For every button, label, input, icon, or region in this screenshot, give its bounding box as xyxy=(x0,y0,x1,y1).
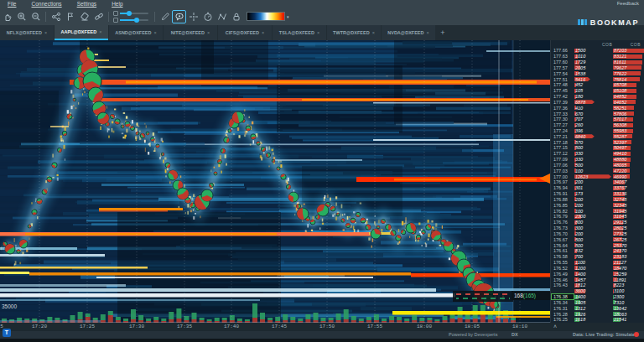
dom-ladder[interactable]: COB COB 177.66150087203177.6310108312117… xyxy=(550,40,644,323)
crosshair-icon[interactable] xyxy=(186,10,200,23)
ladder-row[interactable]: 176.9430133767 xyxy=(551,185,644,191)
share-icon[interactable] xyxy=(49,10,63,23)
timer-icon[interactable] xyxy=(200,10,215,23)
ladder-row[interactable]: 176.6750026725 xyxy=(551,236,644,242)
tab-close-icon[interactable]: × xyxy=(44,30,47,35)
tab-close-icon[interactable]: × xyxy=(207,30,210,35)
time-tick-label: 17:55 xyxy=(367,324,382,329)
t-widget-badge[interactable]: T xyxy=(3,329,11,337)
ladder-collapse-icon[interactable]: ˄ xyxy=(553,323,557,330)
ladder-row[interactable]: 177.0933048880 xyxy=(551,157,644,163)
ladder-row[interactable]: 176.49140015259 xyxy=(551,271,644,277)
zoom-sliders[interactable] xyxy=(113,10,150,23)
tab-close-icon[interactable]: × xyxy=(372,30,375,35)
tab-twtr[interactable]: TWTR@DXFEED× xyxy=(327,25,381,40)
ladder-row[interactable]: 176.52120018470 xyxy=(551,265,644,271)
tab-close-icon[interactable]: × xyxy=(262,30,264,35)
tab-tsla[interactable]: TSLA@DXFEED× xyxy=(273,25,326,40)
menu-help[interactable]: Help xyxy=(112,0,122,8)
ladder-row[interactable]: 177.3641058251 xyxy=(551,105,644,111)
ladder-row[interactable]: 177.4845265708 xyxy=(551,82,644,88)
ladder-row[interactable]: 177.4218064852 xyxy=(551,94,644,100)
ladder-row[interactable]: 176.55110021127 xyxy=(551,260,644,266)
tab-close-icon[interactable]: × xyxy=(154,30,157,35)
tab-close-icon[interactable]: × xyxy=(427,30,429,35)
tab-nvda[interactable]: NVDA@DXFEED× xyxy=(382,25,435,40)
ladder-row[interactable]: 176.8820032745 xyxy=(551,197,644,203)
ladder-row[interactable]: 176.4318128223 xyxy=(551,282,644,288)
ladder-row[interactable]: 177.1550050497 xyxy=(551,145,644,151)
flag-icon[interactable] xyxy=(63,10,77,23)
lock-icon[interactable] xyxy=(229,10,243,23)
size-cell: 500 xyxy=(575,243,583,248)
stamp-icon[interactable] xyxy=(77,10,91,23)
tab-asnd[interactable]: ASND@DXFEED× xyxy=(109,25,163,40)
hand-icon[interactable] xyxy=(0,10,14,23)
menu-connections[interactable]: Connections xyxy=(31,0,61,8)
zoom-in-icon[interactable] xyxy=(14,10,29,23)
ladder-row[interactable]: 176.8210031945 xyxy=(551,208,644,214)
tab-aapl[interactable]: AAPL@DXFEED× xyxy=(55,25,108,40)
time-axis[interactable]: 517:2017:2517:3017:3517:4017:4517:5017:5… xyxy=(0,323,644,331)
tab-close-icon[interactable]: × xyxy=(99,29,101,34)
ladder-row[interactable]: 177.2726056308 xyxy=(551,122,644,128)
ladder-row[interactable]: 177.60172981611 xyxy=(551,60,644,65)
tab-nite[interactable]: NITE@DXFEED× xyxy=(164,25,217,40)
ladder-row[interactable]: 177.54153877622 xyxy=(551,70,644,76)
heatmap-gradient-bar[interactable] xyxy=(247,12,285,21)
ladder-row[interactable]: 177.1233049410 xyxy=(551,151,644,157)
tab-close-icon[interactable]: × xyxy=(317,30,319,35)
link-icon[interactable] xyxy=(91,10,106,23)
slider-bottom[interactable] xyxy=(120,19,148,21)
zoom-out-icon[interactable] xyxy=(29,10,43,23)
heatmap-chart[interactable]: 168(165)35000 xyxy=(0,40,550,323)
tab-cifs[interactable]: CIFS@DXFEED× xyxy=(218,25,272,40)
ladder-row[interactable]: 177.3367057806 xyxy=(551,111,644,117)
pencil-icon[interactable] xyxy=(158,10,172,23)
ladder-row[interactable]: 176.8520032345 xyxy=(551,202,644,208)
ladder-row[interactable]: 177.3070757017 xyxy=(551,117,644,122)
ladder-row[interactable]: 176.9117333136 xyxy=(551,191,644,197)
ladder-row[interactable]: 176.3419057310 xyxy=(551,299,644,305)
ladder-row[interactable]: 177.66150087203 xyxy=(551,48,644,54)
ladder-row[interactable]: 176.28192618063 xyxy=(551,311,644,317)
ladder-row-last-price[interactable]: 176.3814002300 xyxy=(551,294,644,300)
ladder-row[interactable]: 176.79230031645 xyxy=(551,214,644,220)
ladder-row[interactable]: 176.7020027325 xyxy=(551,231,644,237)
pulse-icon[interactable] xyxy=(215,10,229,23)
ladder-row[interactable]: 176.6183224370 xyxy=(551,248,644,254)
ladder-row[interactable]: 176.9720034067 xyxy=(551,179,644,185)
ladder-row[interactable]: 176.6450025370 xyxy=(551,242,644,248)
ladder-row[interactable]: 177.63101083121 xyxy=(551,54,644,60)
price-cell: 177.09 xyxy=(551,157,574,162)
add-tab-button[interactable]: + xyxy=(436,25,449,40)
size-cell: 1400 xyxy=(575,272,585,277)
ladder-row[interactable]: 177.001262346990 xyxy=(551,174,644,179)
ladder-row[interactable]: 176.31131213642 xyxy=(551,305,644,311)
cumulative-cell: 33136 xyxy=(614,191,626,196)
palette-caret-icon[interactable]: ▾ xyxy=(287,14,289,19)
ladder-row[interactable]: 177.51541675814 xyxy=(551,76,644,82)
ladder-row[interactable]: 177.0310047220 xyxy=(551,168,644,174)
heatmap-palette[interactable]: ▾ xyxy=(247,12,289,21)
ladder-row[interactable]: 176.7680029125 xyxy=(551,220,644,225)
ladder-row[interactable]: 176.46145711891 xyxy=(551,277,644,282)
ladder-row[interactable]: 176.5870023183 xyxy=(551,254,644,260)
menu-settings[interactable]: Settings xyxy=(77,0,97,8)
ladder-row[interactable]: 176.7330028025 xyxy=(551,225,644,231)
ladder-row[interactable]: 177.1857052397 xyxy=(551,139,644,145)
chat-bubble-icon[interactable] xyxy=(172,10,186,23)
tab-nflx[interactable]: NFLX@DXFEED× xyxy=(0,25,54,40)
feedback-link[interactable]: Feedback xyxy=(617,1,639,6)
cumulative-cell: 13642 xyxy=(614,306,626,311)
menu-file[interactable]: File xyxy=(8,0,16,8)
slider-top[interactable] xyxy=(120,13,148,14)
ladder-row[interactable]: 177.21684055287 xyxy=(551,133,644,139)
ladder-row[interactable]: 177.0650048065 xyxy=(551,163,644,168)
ladder-row[interactable]: 176.25161821541 xyxy=(551,317,644,323)
ladder-row[interactable]: 177.2439655983 xyxy=(551,128,644,134)
ladder-row[interactable]: 177.57200579627 xyxy=(551,65,644,70)
ladder-row[interactable]: 177.39687864652 xyxy=(551,99,644,105)
ladder-row[interactable]: 177.4510565108 xyxy=(551,88,644,94)
time-tick-label: 17:35 xyxy=(177,324,192,329)
